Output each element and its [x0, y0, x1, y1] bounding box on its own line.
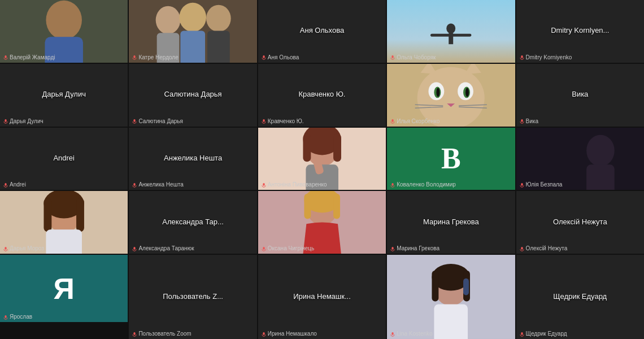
mic-icon-yulia [520, 182, 524, 187]
svg-rect-89 [5, 315, 6, 318]
svg-rect-98 [432, 271, 439, 302]
tile-label-lina: Lina Kostenko [390, 331, 432, 337]
mic-icon-katre [132, 55, 137, 59]
svg-rect-20 [392, 55, 394, 58]
tile-name-irina: Ирина Немашк... [293, 292, 351, 301]
svg-point-6 [156, 6, 181, 34]
svg-point-17 [446, 23, 455, 33]
tile-antonina: Антоніна Пивоваренко [258, 128, 386, 190]
svg-rect-83 [263, 247, 264, 250]
tile-name-salyutina: Салютина Дарья [164, 90, 222, 98]
tile-dmitry: Dmitry Kornlyen... Dmitry Korniyenko [516, 0, 644, 63]
mic-icon-yaroslav [3, 315, 8, 319]
tile-label-darya-dulich: Дарья Дулич [3, 118, 43, 124]
tile-alexandra: Александра Тар... Александра Таранюк [129, 191, 256, 254]
tile-label-katre: Катре Нердоле [132, 54, 178, 60]
svg-rect-22 [521, 55, 523, 58]
svg-rect-12 [134, 55, 136, 58]
svg-rect-3 [5, 55, 6, 58]
tile-kravchenko: Кравченко Ю. Кравченко Ю. [258, 64, 386, 127]
tile-name-anzhelika: Анжелика Нешта [164, 154, 222, 162]
tile-salyutina: Салютина Дарья Салютина Дарья [129, 64, 256, 127]
tile-label-alexandra: Александра Таранюк [132, 245, 194, 251]
tile-name-andrei: Andrei [53, 154, 75, 162]
tile-vika: Вика Вика [516, 64, 644, 127]
svg-rect-63 [516, 128, 644, 190]
svg-rect-104 [521, 332, 523, 335]
tile-label-darya-moroz: Дарья Мороз [3, 245, 44, 251]
mic-icon-olga [390, 55, 395, 59]
mic-icon-shchedryk [520, 332, 524, 336]
svg-rect-71 [43, 198, 51, 232]
mic-icon-salyutina [132, 119, 137, 123]
tile-name-darya-dulich: Дарья Дулич [42, 90, 86, 98]
mic-icon-anzhelika [132, 182, 137, 187]
tile-kovalenko: B Коваленко Володимир [387, 128, 515, 190]
svg-rect-26 [134, 119, 136, 122]
svg-rect-91 [134, 332, 136, 335]
tile-lina: Lina Kostenko [387, 255, 515, 339]
svg-rect-46 [521, 119, 523, 122]
tile-label-shchedryk: Щедрик Едуард [520, 331, 567, 337]
svg-point-1 [46, 1, 82, 40]
svg-point-64 [586, 134, 615, 166]
svg-point-10 [206, 5, 231, 32]
mic-icon-alexandra [132, 246, 137, 251]
tile-label-salyutina: Салютина Дарья [132, 118, 183, 124]
svg-point-8 [180, 3, 207, 32]
tile-name-alexandra: Александра Тар... [162, 218, 224, 226]
letter-ya: Я [54, 272, 75, 306]
svg-rect-81 [304, 194, 311, 219]
tile-label-ilya: Илья Скорбенко [390, 118, 440, 124]
svg-rect-82 [333, 194, 340, 219]
tile-name-vika: Вика [572, 90, 588, 98]
tile-label-oleksiy: Олексій Нежута [520, 245, 568, 251]
svg-rect-87 [521, 247, 523, 250]
tile-label-kovalenko: Коваленко Володимир [390, 181, 456, 188]
tile-name-anya: Аня Ольхова [300, 26, 344, 34]
mic-icon-ilya [390, 119, 395, 123]
svg-rect-101 [434, 304, 468, 339]
svg-rect-55 [303, 133, 311, 162]
tile-label-marina: Марина Грекова [390, 245, 440, 251]
svg-point-37 [465, 88, 469, 97]
tile-label-dmitry: Dmitry Korniyenko [520, 54, 572, 60]
tile-label-yulia: Юлія Безпала [520, 181, 563, 188]
tile-label-anya: Аня Ольова [262, 54, 299, 60]
mic-icon-polzovatel [132, 332, 137, 336]
tile-name-dmitry: Dmitry Kornlyen... [551, 26, 609, 34]
tile-shchedryk: Щедрик Едуард Щедрик Едуард [516, 255, 644, 339]
video-grid: Валерій Жамарді Катре Нердоле Аня Ольхов… [0, 0, 644, 339]
tile-label-antonina: Антоніна Пивоваренко [262, 181, 327, 188]
mic-icon-dmitry [520, 55, 524, 59]
tile-irina: Ирина Немашк... Ирина Немашкало [258, 255, 386, 339]
mic-icon-irina [262, 332, 266, 336]
svg-rect-65 [586, 164, 615, 190]
svg-rect-56 [333, 133, 341, 162]
svg-rect-66 [521, 183, 523, 186]
svg-rect-93 [263, 332, 264, 335]
tile-label-oksana: Оксана Чигрінець [262, 245, 314, 251]
svg-rect-24 [5, 119, 6, 122]
tile-darya-dulich: Дарья Дулич Дарья Дулич [0, 64, 128, 127]
mic-icon-darya-dulich [3, 119, 8, 123]
tile-label-yaroslav: Ярослав [3, 314, 32, 320]
tile-marina: Марина Грекова Марина Грекова [387, 191, 515, 254]
svg-rect-59 [263, 183, 264, 186]
mic-icon-lina [390, 332, 395, 336]
tile-label-polzovatel: Пользователь Zoom [132, 331, 191, 337]
mic-icon-darya-moroz [3, 246, 8, 251]
mic-icon-oleksiy [520, 246, 524, 251]
tile-name-kravchenko: Кравченко Ю. [299, 90, 346, 98]
tile-name-marina: Марина Грекова [423, 218, 479, 226]
tile-name-oleksiy: Олексій Нежута [553, 218, 607, 226]
tile-valeriy: Валерій Жамарді [0, 0, 128, 63]
svg-rect-100 [463, 279, 469, 295]
svg-rect-61 [392, 183, 394, 186]
tile-label-valeriy: Валерій Жамарді [3, 54, 55, 60]
tile-label-olga: Ольга Чоборяк [390, 54, 436, 60]
tile-pользователь: Пользователь Z... Пользователь Zoom [129, 255, 256, 339]
tile-anya: Аня Ольхова Аня Ольова [258, 0, 386, 63]
svg-rect-85 [392, 247, 394, 250]
svg-rect-44 [392, 119, 394, 122]
